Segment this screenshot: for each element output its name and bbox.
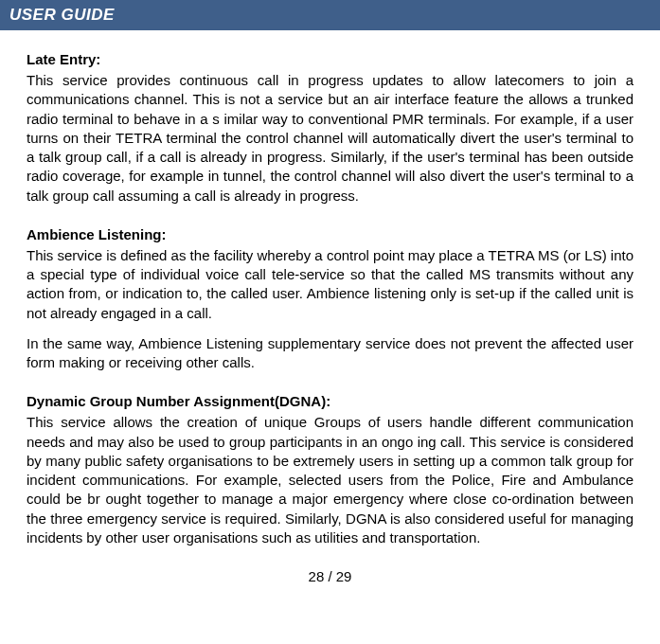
- section-paragraph: In the same way, Ambience Listening supp…: [27, 334, 633, 373]
- section-paragraph: This service allows the creation of uniq…: [27, 413, 633, 547]
- section-paragraph: This service provides continuous call in…: [27, 71, 633, 206]
- section-dgna: Dynamic Group Number Assignment(DGNA): T…: [27, 393, 633, 547]
- header-bar: USER GUIDE: [0, 0, 660, 30]
- section-title: Dynamic Group Number Assignment(DGNA):: [27, 393, 633, 409]
- header-title: USER GUIDE: [9, 6, 115, 24]
- section-title: Ambience Listening:: [27, 226, 633, 242]
- page-content: Late Entry: This service provides contin…: [0, 51, 660, 584]
- section-title: Late Entry:: [27, 51, 633, 67]
- section-late-entry: Late Entry: This service provides contin…: [27, 51, 633, 206]
- page-number: 28 / 29: [27, 568, 633, 584]
- section-ambience-listening: Ambience Listening: This service is defi…: [27, 226, 633, 373]
- section-paragraph: This service is defined as the facility …: [27, 246, 633, 323]
